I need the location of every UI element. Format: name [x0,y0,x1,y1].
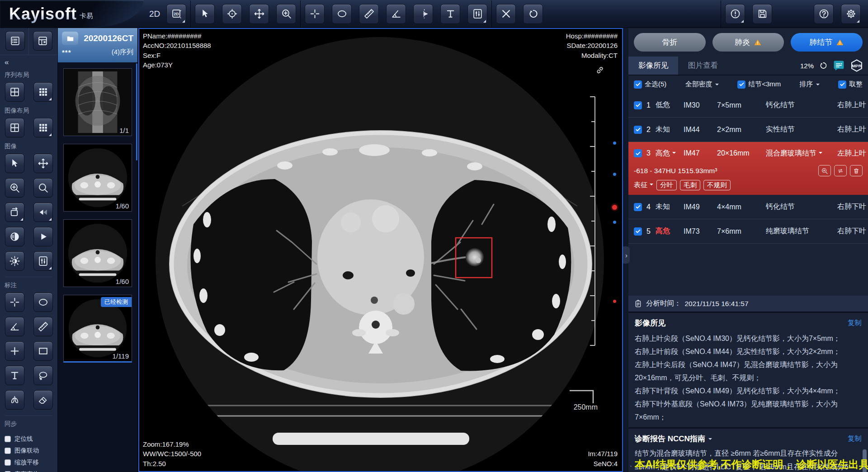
nodule-marker-dot[interactable] [613,300,616,303]
window-level-icon[interactable] [467,4,487,24]
series-list-button[interactable] [5,31,25,51]
zoom-to-nodule-button[interactable] [818,165,831,176]
density-filter-dropdown[interactable]: 全部密度 [685,80,719,89]
checkbox-unchecked[interactable] [5,459,11,466]
sync-checkbox[interactable]: 窗宽窗位 [5,470,53,472]
brightness-icon[interactable] [5,251,24,271]
round-checkbox[interactable]: 取整 [838,80,863,89]
tab-findings[interactable]: 影像所见 [628,57,678,75]
localizer-icon[interactable] [222,4,242,24]
feature-dropdown[interactable]: 表征 [634,181,653,189]
magnifier-icon[interactable] [33,178,53,198]
copy-report-link[interactable]: 复制 [848,434,862,444]
small-nodule-checkbox[interactable]: 结节<3mm [737,80,781,89]
sync-checkbox[interactable]: 定位线 [5,435,53,443]
plus-icon[interactable] [5,341,24,361]
text-icon[interactable] [440,4,460,24]
nodule-row[interactable]: 5 高危 IM73 7×6mm 纯磨玻璃结节 右肺下叶 [628,219,868,244]
series-thumbnail[interactable]: 已经检测 1/119 [63,295,132,363]
ellipse-icon[interactable] [33,293,53,312]
series-thumbnail[interactable]: 1/1 [63,68,132,136]
link-series-icon[interactable] [595,65,605,75]
mode-fracture-button[interactable]: 骨折 [634,33,706,52]
nodule-marker-dot[interactable] [613,173,616,176]
checkbox-checked[interactable] [737,80,745,89]
crosshair-icon[interactable] [5,293,24,312]
angle-icon[interactable] [386,4,406,24]
tab-image-view[interactable]: 图片查看 [678,57,728,75]
study-header[interactable]: 20200126CT *** (4)序列 [58,28,137,62]
series-grid-2x2-icon[interactable] [5,82,24,102]
zoom-in-icon[interactable] [5,178,24,198]
nodule-row[interactable]: 2 未知 IM44 2×2mm 实性结节 右肺上叶 [628,118,868,142]
collapse-sidebar-button[interactable]: « [0,55,57,68]
nodule-row[interactable]: 1 低危 IM30 7×5mm 钙化结节 右肺上叶 [628,93,868,118]
select-all-checkbox[interactable]: 全选(5) [634,80,666,89]
nodule-marker-dot[interactable] [613,142,616,145]
image-grid-3x3-icon[interactable] [33,118,53,137]
series-thumbnail[interactable]: 1/60 [63,219,132,287]
crosshair-icon[interactable] [305,4,325,24]
checkbox-checked[interactable] [634,149,642,157]
delete-annotation-icon[interactable] [496,4,516,24]
series-thumbnail[interactable]: 1/60 [63,144,132,212]
checkbox-checked[interactable] [634,203,642,211]
zoom-in-icon[interactable] [276,4,296,24]
mode-pneumonia-button[interactable]: 肺炎 [712,33,784,52]
current-nodule-marker-dot[interactable] [613,206,616,209]
checkbox-checked[interactable] [634,227,642,236]
help-icon[interactable] [814,4,834,24]
checkbox-unchecked[interactable] [5,436,11,442]
thumbnail-scrollbar[interactable] [136,63,137,160]
delete-nodule-button[interactable] [850,165,863,176]
compare-follow-up-button[interactable] [834,165,847,176]
folder-icon[interactable] [62,32,78,45]
ruler-icon[interactable] [359,4,379,24]
panel-expand-handle[interactable]: › [623,246,630,264]
series-grid-3x3-icon[interactable] [33,82,53,102]
save-icon[interactable] [752,4,772,24]
chevron-down-icon[interactable] [708,438,712,442]
settings-icon[interactable] [841,4,861,24]
alert-icon[interactable] [725,4,745,24]
report-bubble-icon[interactable] [833,60,845,72]
nodule-row-selected[interactable]: 3 高危 IM47 20×16mm 混合磨玻璃结节 左肺上叶 -618 - 34… [628,142,868,195]
checkbox-checked[interactable] [634,101,642,109]
feature-tag[interactable]: 毛刺 [680,180,700,190]
pan-icon[interactable] [33,154,53,173]
lasso-icon[interactable] [33,366,53,385]
mode-2d-button[interactable]: 2D [166,4,186,24]
nodule-row[interactable]: 4 未知 IM49 4×4mm 钙化结节 右肺下叶 [628,195,868,219]
rotate-icon[interactable] [5,203,24,222]
text-icon[interactable] [5,366,24,385]
cursor-icon[interactable] [195,4,215,24]
checkbox-checked[interactable] [838,80,846,89]
ct-viewport[interactable]: PName:#########AccNO:202101158888Sex:FAg… [138,28,623,472]
rectangle-icon[interactable] [33,341,53,361]
reset-zoom-icon[interactable] [819,61,828,70]
nodule-marker-dot[interactable] [613,221,616,224]
mpr-button[interactable]: MPR [850,59,863,72]
checkbox-checked[interactable] [634,126,642,134]
image-grid-2x2-icon[interactable] [5,118,24,137]
mode-lung-nodule-button[interactable]: 肺结节 [791,33,863,52]
pan-icon[interactable] [249,4,269,24]
angle-icon[interactable] [5,317,24,336]
cursor-icon[interactable] [5,154,24,173]
sort-dropdown[interactable]: 排序 [800,80,820,89]
feature-tag[interactable]: 分叶 [656,180,677,190]
cobb-angle-icon[interactable] [413,4,433,24]
ruler-icon[interactable] [33,317,53,336]
location-dropdown[interactable]: 左肺上叶 [837,149,868,158]
reset-icon[interactable] [523,4,543,24]
feature-tag[interactable]: 不规则 [703,180,731,190]
ellipse-icon[interactable] [332,4,352,24]
window-level-icon[interactable] [33,251,53,271]
risk-dropdown[interactable]: 高危 [656,149,684,158]
density-dropdown[interactable]: 混合磨玻璃结节 [766,149,837,158]
copy-findings-link[interactable]: 复制 [848,318,862,328]
sync-checkbox[interactable]: 图像联动 [5,447,53,455]
eraser-icon[interactable] [33,390,53,410]
cine-play-icon[interactable] [33,227,53,246]
invert-icon[interactable] [5,227,24,246]
